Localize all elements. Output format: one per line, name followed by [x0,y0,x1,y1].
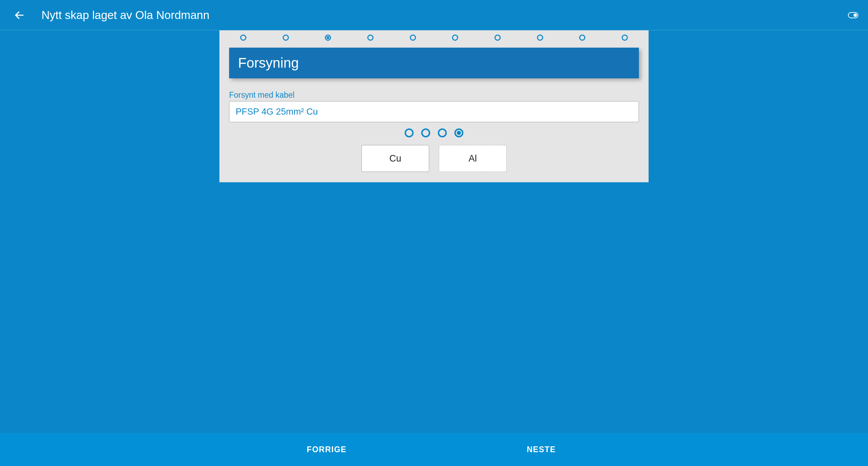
form-card: Forsyning Forsynt med kabel Cu Al [219,30,649,182]
footer-bar: FORRIGE NESTE [0,433,868,466]
step-dot-9[interactable] [579,35,585,41]
appbar: Nytt skap laget av Ola Nordmann [0,0,868,30]
step-dot-3[interactable] [325,35,331,41]
cable-field-label: Forsynt med kabel [229,90,639,100]
size-dot-3[interactable] [438,128,447,137]
arrow-back-icon [14,10,25,21]
form-body: Forsynt med kabel Cu Al [219,90,649,172]
section-header: Forsyning [229,48,639,78]
step-dot-4[interactable] [367,35,374,41]
appbar-toggle[interactable] [848,12,858,18]
size-dot-4[interactable] [454,128,463,137]
back-button[interactable] [11,7,28,23]
step-dot-8[interactable] [537,35,543,41]
footer-inner: FORRIGE NESTE [219,445,649,454]
material-al-button[interactable]: Al [439,145,507,172]
size-dot-1[interactable] [405,128,414,137]
page-title: Nytt skap laget av Ola Nordmann [41,9,209,22]
size-dot-2[interactable] [421,128,430,137]
step-dot-7[interactable] [494,35,501,41]
wizard-stepper [219,30,649,43]
step-dot-6[interactable] [452,35,458,41]
toggle-knob-icon [853,13,857,17]
cable-size-stepper [229,128,639,137]
step-dot-2[interactable] [283,35,289,41]
prev-button[interactable]: FORRIGE [219,445,434,454]
step-dot-5[interactable] [410,35,416,41]
next-button[interactable]: NESTE [434,445,649,454]
step-dot-10[interactable] [622,35,628,41]
material-row: Cu Al [229,145,639,172]
main-area: Forsyning Forsynt med kabel Cu Al [0,30,868,433]
cable-input[interactable] [229,101,639,122]
step-dot-1[interactable] [240,35,246,41]
material-cu-button[interactable]: Cu [361,145,429,172]
